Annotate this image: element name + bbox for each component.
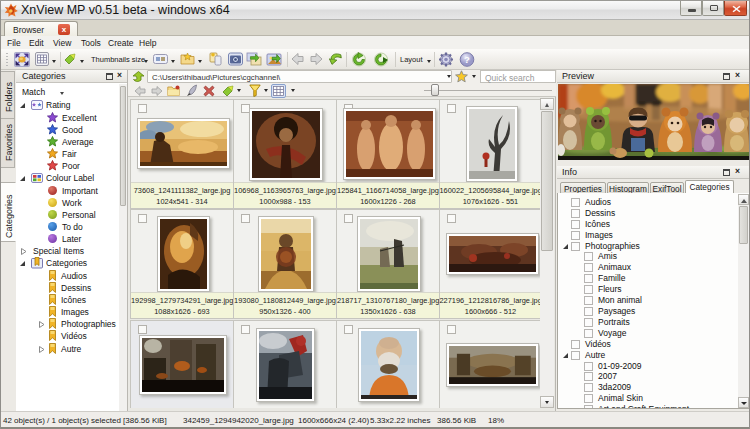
svg-text:?: ? xyxy=(464,54,470,65)
